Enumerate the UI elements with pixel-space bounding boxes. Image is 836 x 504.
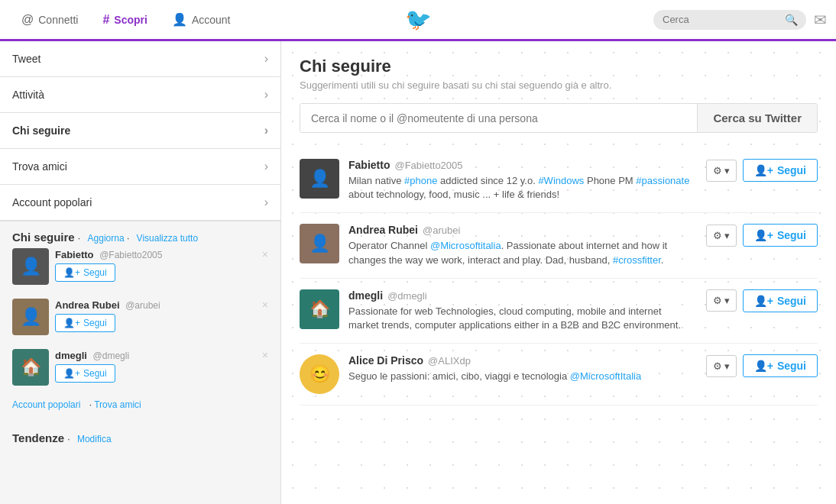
trends-modify-link[interactable]: Modifica <box>77 434 112 444</box>
avatar-img-fabietto: 👤 <box>12 248 49 285</box>
user-card-body-andrea: Andrea Rubei @arubei Operator Channel @M… <box>348 224 694 267</box>
user-card-handle-fabietto: @Fabietto2005 <box>394 160 462 171</box>
user-card-dmegli: 🏠 dmegli @dmegli Passionate for web Tech… <box>300 279 818 344</box>
bio-link-phone[interactable]: #phone <box>404 175 437 186</box>
nav-label-account: Account <box>192 14 231 26</box>
twitter-logo: 🐦 <box>405 7 432 32</box>
sidebar-item-attivita[interactable]: Attività › <box>0 77 280 113</box>
user-card-fabietto: 👤 Fabietto @Fabietto2005 Milan native #p… <box>300 148 818 213</box>
gear-icon-andrea: ⚙ <box>713 230 722 241</box>
bio-link-windows[interactable]: #Windows <box>538 175 584 186</box>
widget-close-andrea[interactable]: × <box>262 299 268 311</box>
gear-btn-dmegli[interactable]: ⚙ ▾ <box>706 289 737 312</box>
widget-footer-trova-link[interactable]: Trova amici <box>94 399 141 410</box>
avatar-img-dmegli: 🏠 <box>12 349 49 386</box>
search-twitter-btn[interactable]: Cerca su Twitter <box>697 104 817 132</box>
follow-btn-fabietto[interactable]: 👤+ Segui <box>743 159 818 182</box>
follow-icon-small-2: 👤+ <box>63 318 80 328</box>
user-card-avatar-alice: 😊 <box>300 354 339 394</box>
follow-btn-andrea[interactable]: 👤+ Segui <box>743 224 818 247</box>
widget-close-dmegli[interactable]: × <box>262 349 268 361</box>
nav-item-account[interactable]: 👤 Account <box>160 0 243 41</box>
widget-user-info-andrea: Andrea Rubei @arubei × 👤+ Segui <box>55 299 268 332</box>
widget-follow-btn-andrea[interactable]: 👤+ Segui <box>55 314 115 332</box>
follow-icon-andrea: 👤+ <box>754 229 773 241</box>
bio-link-microsoftitalia[interactable]: @Microsoftitalia <box>430 240 501 251</box>
widget-user-info-fabietto: Fabietto @Fabietto2005 × 👤+ Segui <box>55 248 268 282</box>
widget-avatar-dmegli: 🏠 <box>12 349 49 386</box>
widget-user-name-andrea: Andrea Rubei <box>55 299 120 311</box>
mail-icon[interactable]: ✉ <box>814 11 827 29</box>
user-search-row: Cerca su Twitter <box>300 103 818 133</box>
widget-user-dmegli: 🏠 dmegli @dmegli × 👤+ Segui <box>12 349 268 392</box>
follow-icon-alice: 👤+ <box>754 360 773 372</box>
page-subtitle: Suggerimenti utili su chi seguire basati… <box>300 79 818 91</box>
widget-user-info-dmegli: dmegli @dmegli × 👤+ Segui <box>55 349 268 383</box>
follow-btn-dmegli[interactable]: 👤+ Segui <box>743 289 818 312</box>
user-card-avatar-fabietto: 👤 <box>300 159 339 199</box>
user-card-bio-andrea: Operator Channel @Microsoftitalia. Passi… <box>348 239 694 267</box>
bio-link-microsoftitalia-alice[interactable]: @MicrosoftItalia <box>570 370 641 382</box>
widget-close-fabietto[interactable]: × <box>262 248 268 260</box>
gear-icon-fabietto: ⚙ <box>713 165 722 176</box>
user-card-name-andrea: Andrea Rubei <box>348 224 418 236</box>
follow-btn-alice[interactable]: 👤+ Segui <box>743 354 818 377</box>
user-card-handle-andrea: @arubei <box>423 225 460 236</box>
sidebar-item-chi-seguire[interactable]: Chi seguire › <box>0 113 280 149</box>
user-card-handle-alice: @ALIXdp <box>428 355 471 367</box>
header-search-bar: 🔍 <box>653 10 806 30</box>
widget-follow-btn-dmegli[interactable]: 👤+ Segui <box>55 364 115 383</box>
widget-user-handle-fabietto: @Fabietto2005 <box>99 250 162 260</box>
avatar-img-andrea: 👤 <box>12 299 49 335</box>
who-to-follow-widget: Chi seguire · Aggiorna · Visualizza tutt… <box>0 221 280 419</box>
hash-icon: # <box>102 13 109 27</box>
sidebar-menu: Tweet › Attività › Chi seguire › Trova a… <box>0 41 280 221</box>
widget-user-name-fabietto: Fabietto <box>55 249 94 260</box>
nav-label-scopri: Scopri <box>114 14 147 26</box>
user-card-name-fabietto: Fabietto <box>348 159 390 171</box>
sidebar-item-trova-amici[interactable]: Trova amici › <box>0 149 280 185</box>
chevron-icon-tweet: › <box>264 52 268 66</box>
nav-item-scopri[interactable]: # Scopri <box>90 0 159 41</box>
widget-footer-account-link[interactable]: Account popolari <box>12 399 80 410</box>
gear-dropdown-icon: ▾ <box>724 165 730 176</box>
main-content: Chi seguire Suggerimenti utili su chi se… <box>281 41 836 504</box>
widget-view-all-link[interactable]: Visualizza tutto <box>137 233 199 244</box>
gear-btn-alice[interactable]: ⚙ ▾ <box>706 355 737 377</box>
sidebar-item-account-popolari-label: Account popolari <box>12 196 92 208</box>
widget-user-handle-dmegli: @dmegli <box>93 351 130 361</box>
user-card-bio-alice: Seguo le passioni: amici, cibo, viaggi e… <box>348 370 694 383</box>
widget-footer: Account popolari · Trova amici <box>12 399 268 410</box>
trends-title: Tendenze · Modifica <box>12 431 268 444</box>
widget-user-name-dmegli: dmegli <box>55 350 87 361</box>
gear-icon-dmegli: ⚙ <box>713 295 722 306</box>
chevron-icon-trova-amici: › <box>264 160 268 173</box>
widget-avatar-andrea: 👤 <box>12 299 49 335</box>
user-card-bio-dmegli: Passionate for web Technologies, cloud c… <box>348 305 694 332</box>
header-search-input[interactable] <box>663 14 785 25</box>
page-title: Chi seguire <box>300 57 818 76</box>
nav-item-connetti[interactable]: @ Connetti <box>9 0 90 41</box>
bio-link-crossfitter[interactable]: #crossfitter <box>613 254 661 266</box>
user-card-andrea: 👤 Andrea Rubei @arubei Operator Channel … <box>300 213 818 278</box>
user-card-name-dmegli: dmegli <box>348 289 383 302</box>
sidebar-item-tweet[interactable]: Tweet › <box>0 41 280 77</box>
bio-link-passionate[interactable]: #passionate <box>636 175 689 186</box>
chevron-icon-attivita: › <box>264 88 268 102</box>
user-card-alice: 😊 Alice Di Prisco @ALIXdp Seguo le passi… <box>300 344 818 405</box>
user-card-name-alice: Alice Di Prisco <box>348 354 423 367</box>
user-card-actions-andrea: ⚙ ▾ 👤+ Segui <box>706 224 818 247</box>
main-nav: @ Connetti # Scopri 👤 Account <box>9 0 242 39</box>
user-card-actions-alice: ⚙ ▾ 👤+ Segui <box>706 354 818 377</box>
widget-title-links: · Aggiorna · Visualizza tutto <box>78 233 198 244</box>
sidebar: Tweet › Attività › Chi seguire › Trova a… <box>0 41 281 504</box>
trends-widget: Tendenze · Modifica <box>0 422 280 454</box>
gear-btn-fabietto[interactable]: ⚙ ▾ <box>706 160 737 182</box>
widget-follow-btn-fabietto[interactable]: 👤+ Segui <box>55 263 115 282</box>
gear-dropdown-icon-andrea: ▾ <box>724 230 730 241</box>
follow-icon-small: 👤+ <box>63 267 80 278</box>
gear-btn-andrea[interactable]: ⚙ ▾ <box>706 225 737 247</box>
sidebar-item-account-popolari[interactable]: Account popolari › <box>0 185 280 221</box>
user-search-input[interactable] <box>300 104 697 132</box>
widget-update-link[interactable]: Aggiorna <box>88 233 125 244</box>
